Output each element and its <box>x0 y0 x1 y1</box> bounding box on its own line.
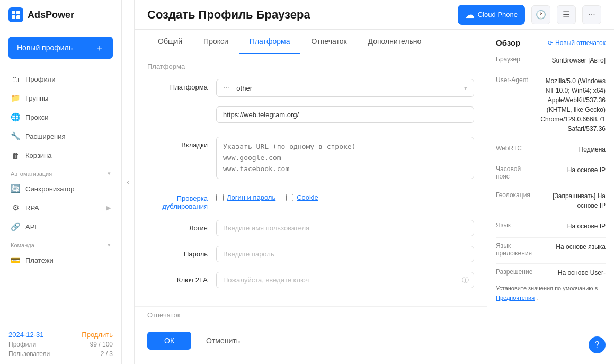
panel-useragent-row: User-Agent Mozilla/5.0 (Windows NT 10.0;… <box>496 76 606 134</box>
menu-button[interactable]: ☰ <box>557 5 576 24</box>
webrtc-key: WebRTC <box>496 145 536 152</box>
history-button[interactable]: 🕐 <box>531 5 550 24</box>
profiles-count: 99 / 100 <box>90 341 113 348</box>
cloud-phone-button[interactable]: ☁ Cloud Phone <box>458 5 525 25</box>
form-body: Платформа Платформа ··· other ▾ <box>135 54 487 306</box>
applanguage-key: Язык приложения <box>496 242 536 257</box>
timezone-val: На основе IP <box>536 165 606 175</box>
cloud-icon: ☁ <box>465 9 475 21</box>
help-button[interactable]: ? <box>589 336 606 353</box>
sidebar-item-profiles[interactable]: 🗂 Профили <box>0 69 121 88</box>
ok-button[interactable]: ОК <box>147 332 191 350</box>
duplication-label: Проверка дублирования <box>147 190 216 210</box>
chevron-right-icon: ▶ <box>106 205 111 211</box>
platform-select[interactable]: ··· other ▾ <box>216 79 474 97</box>
right-panel: Обзор ⟳ Новый отпечаток Браузер SunBrows… <box>487 30 614 364</box>
tab-general[interactable]: Общий <box>147 30 193 54</box>
cookie-checkbox[interactable] <box>286 194 293 201</box>
sidebar-item-label: Синхронизатор <box>25 185 74 193</box>
profiles-icon: 🗂 <box>11 74 20 84</box>
sidebar-item-payments[interactable]: 💳 Платежи <box>0 251 121 270</box>
sidebar-item-label: Профили <box>25 75 56 83</box>
login-row: Логин <box>147 220 474 236</box>
footer-users-stats: Пользователи 2 / 3 <box>8 350 113 358</box>
select-chevron-icon: ▾ <box>464 85 467 92</box>
fingerprint-section-label: Отпечаток <box>135 306 487 323</box>
sidebar-item-trash[interactable]: 🗑 Корзина <box>0 146 121 165</box>
sidebar: AdsPower Новый профиль ＋ 🗂 Профили 📁 Гру… <box>0 0 122 364</box>
sidebar-item-groups[interactable]: 📁 Группы <box>0 88 121 108</box>
login-checkbox[interactable] <box>216 194 224 201</box>
resolution-key: Разрешение <box>496 268 536 276</box>
profiles-label: Профили <box>8 341 36 348</box>
panel-footer-end: . <box>535 295 538 301</box>
url-row <box>147 106 474 127</box>
section-label: Платформа <box>147 63 474 70</box>
tab-advanced[interactable]: Дополнительно <box>358 30 432 54</box>
new-fingerprint-button[interactable]: ⟳ Новый отпечаток <box>548 39 606 47</box>
tabs-control-wrap <box>216 137 474 181</box>
login-control-wrap <box>216 220 474 236</box>
panel-geolocation-row: Геолокация [Запрашивать] На основе IP <box>496 191 606 210</box>
extensions-icon: 🔧 <box>11 131 20 141</box>
extend-button[interactable]: Продлить <box>82 331 113 339</box>
geolocation-key: Геолокация <box>496 191 536 199</box>
payments-icon: 💳 <box>11 255 20 265</box>
chevron-down-icon: ▾ <box>108 242 111 248</box>
login-input[interactable] <box>216 220 474 236</box>
checkbox-group: Логин и пароль Cookie <box>216 190 474 201</box>
svg-rect-1 <box>16 11 20 14</box>
sidebar-navigation: 🗂 Профили 📁 Группы 🌐 Прокси 🔧 Расширения… <box>0 65 121 324</box>
panel-title: Обзор <box>496 38 520 47</box>
platform-control-wrap: ··· other ▾ <box>216 79 474 97</box>
app-name: AdsPower <box>28 10 74 21</box>
chevron-down-icon: ▾ <box>108 170 111 177</box>
sidebar-item-proxy[interactable]: 🌐 Прокси <box>0 108 121 127</box>
automation-label: Автоматизация <box>11 171 52 177</box>
form-actions: ОК Отменить <box>135 323 487 358</box>
platform-label: Платформа <box>147 79 216 91</box>
preferences-link[interactable]: Предпочтения <box>496 295 535 301</box>
key2fa-input[interactable] <box>216 272 474 288</box>
subscription-date: 2024-12-31 Продлить <box>8 331 113 339</box>
useragent-key: User-Agent <box>496 76 536 84</box>
sidebar-item-rpa[interactable]: ⚙ RPA ▶ <box>0 198 121 217</box>
cookie-checkbox-item[interactable]: Cookie <box>286 193 318 201</box>
panel-header: Обзор ⟳ Новый отпечаток <box>496 38 606 47</box>
password-row: Пароль <box>147 246 474 262</box>
team-section: Команда ▾ <box>0 236 121 251</box>
panel-footer: Установите значения по умолчанию в Предп… <box>496 284 606 303</box>
new-profile-button[interactable]: Новый профиль ＋ <box>8 37 113 59</box>
sidebar-item-api[interactable]: 🔗 API <box>0 217 121 236</box>
sidebar-item-extensions[interactable]: 🔧 Расширения <box>0 127 121 146</box>
help-icon: ? <box>595 340 600 350</box>
clock-icon: 🕐 <box>536 10 546 20</box>
password-input[interactable] <box>216 246 474 262</box>
cancel-button[interactable]: Отменить <box>198 332 248 350</box>
tab-proxy[interactable]: Прокси <box>193 30 239 54</box>
panel-footer-text: Установите значения по умолчанию в <box>496 285 598 291</box>
browser-val: SunBrowser [Авто] <box>536 56 606 65</box>
header-actions: ☁ Cloud Phone 🕐 ☰ ··· <box>458 5 601 25</box>
panel-browser-row: Браузер SunBrowser [Авто] <box>496 56 606 65</box>
cookie-checkbox-label: Cookie <box>297 193 318 201</box>
tab-fingerprint[interactable]: Отпечаток <box>300 30 357 54</box>
login-label: Логин <box>147 220 216 232</box>
tab-platform[interactable]: Платформа <box>239 30 301 54</box>
sidebar-item-label: API <box>25 223 37 231</box>
panel-language-row: Язык На основе IP <box>496 221 606 231</box>
url-control-wrap <box>216 106 474 127</box>
svg-rect-0 <box>12 11 15 14</box>
url-spacer <box>147 106 216 111</box>
sidebar-item-label: Корзина <box>25 152 52 159</box>
resolution-val: На основе User- <box>536 268 606 278</box>
tabs-textarea[interactable] <box>216 137 474 179</box>
more-button[interactable]: ··· <box>582 5 601 24</box>
url-input[interactable] <box>216 106 474 123</box>
login-checkbox-item[interactable]: Логин и пароль <box>216 193 275 201</box>
footer-stats: Профили 99 / 100 <box>8 341 113 348</box>
sidebar-toggle[interactable]: ‹ <box>122 0 135 364</box>
sidebar-item-label: Группы <box>25 94 48 102</box>
cloud-phone-label: Cloud Phone <box>478 11 518 19</box>
sidebar-item-sync[interactable]: 🔄 Синхронизатор <box>0 179 121 198</box>
